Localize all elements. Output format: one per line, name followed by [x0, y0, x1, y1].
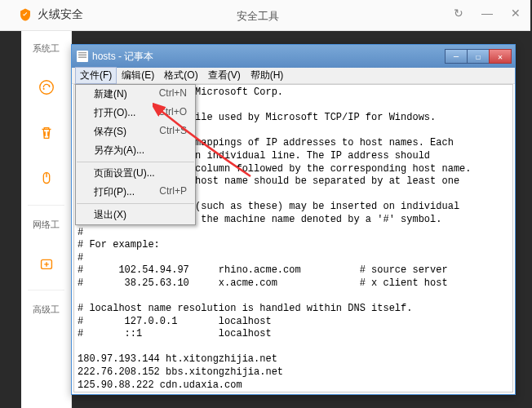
sidebar-item-advanced[interactable]: 高级工	[21, 292, 71, 327]
menu-item-label: 打印(P)...	[94, 185, 135, 199]
sidebar-mouse-icon[interactable]	[21, 157, 71, 203]
menu-shortcut: Ctrl+N	[159, 87, 187, 101]
menu-shortcut: Ctrl+O	[158, 106, 187, 120]
sidebar-label: 系统工	[33, 42, 60, 55]
menu-save[interactable]: 保存(S)Ctrl+S	[76, 122, 195, 141]
menu-item-label: 打开(O)...	[94, 106, 135, 120]
menu-item-label: 页面设置(U)...	[94, 166, 155, 180]
sidebar: 系统工 网络工 高级工	[21, 31, 72, 408]
app-brand: 火绒安全	[38, 7, 83, 22]
menu-view[interactable]: 查看(V)	[203, 67, 246, 84]
menu-separator	[77, 162, 194, 162]
menu-file[interactable]: 文件(F)	[75, 67, 117, 84]
sidebar-item-network[interactable]: 网络工	[21, 207, 71, 242]
minimize-icon[interactable]: —	[481, 7, 493, 20]
notepad-window: hosts - 记事本 ─ ☐ ✕ 文件(F) 编辑(E) 格式(O) 查看(V…	[71, 44, 516, 395]
menu-item-label: 新建(N)	[94, 87, 127, 101]
menu-item-label: 保存(S)	[94, 125, 126, 139]
menu-saveas[interactable]: 另存为(A)...	[76, 141, 195, 160]
menu-open[interactable]: 打开(O)...Ctrl+O	[76, 104, 195, 122]
sidebar-label: 高级工	[33, 304, 60, 316]
minimize-button[interactable]: ─	[445, 49, 468, 64]
maximize-button[interactable]: ☐	[467, 49, 490, 64]
huorong-titlebar: 火绒安全 安全工具 ↻ — ✕	[0, 0, 530, 31]
sidebar-refresh-icon[interactable]	[21, 66, 71, 112]
menu-item-label: 另存为(A)...	[94, 144, 144, 157]
close-button[interactable]: ✕	[489, 49, 512, 64]
file-dropdown: 新建(N)Ctrl+N 打开(O)...Ctrl+O 保存(S)Ctrl+S 另…	[75, 84, 196, 225]
sidebar-add-icon[interactable]	[21, 242, 71, 288]
sidebar-trash-icon[interactable]	[21, 112, 71, 157]
menu-page-setup[interactable]: 页面设置(U)...	[76, 164, 195, 183]
svg-point-0	[39, 81, 53, 95]
menu-edit[interactable]: 编辑(E)	[117, 67, 159, 84]
close-icon[interactable]: ✕	[511, 7, 521, 20]
menu-separator	[77, 203, 194, 204]
menu-new[interactable]: 新建(N)Ctrl+N	[76, 85, 195, 104]
menu-exit[interactable]: 退出(X)	[76, 206, 195, 224]
menu-help[interactable]: 帮助(H)	[246, 67, 289, 84]
menu-shortcut: Ctrl+S	[159, 125, 187, 139]
menu-item-label: 退出(X)	[94, 208, 126, 222]
sidebar-item-system[interactable]: 系统工	[21, 31, 71, 66]
app-section-title: 安全工具	[237, 9, 279, 24]
notepad-title-text: hosts - 记事本	[92, 50, 153, 64]
menu-shortcut: Ctrl+P	[159, 185, 187, 199]
notepad-titlebar[interactable]: hosts - 记事本 ─ ☐ ✕	[72, 45, 515, 68]
notepad-menubar: 文件(F) 编辑(E) 格式(O) 查看(V) 帮助(H)	[72, 68, 515, 84]
shield-icon	[18, 7, 33, 22]
refresh-icon[interactable]: ↻	[454, 7, 463, 20]
document-icon	[77, 51, 88, 62]
sidebar-label: 网络工	[33, 219, 60, 231]
menu-print[interactable]: 打印(P)...Ctrl+P	[76, 183, 195, 202]
menu-format[interactable]: 格式(O)	[159, 67, 202, 84]
